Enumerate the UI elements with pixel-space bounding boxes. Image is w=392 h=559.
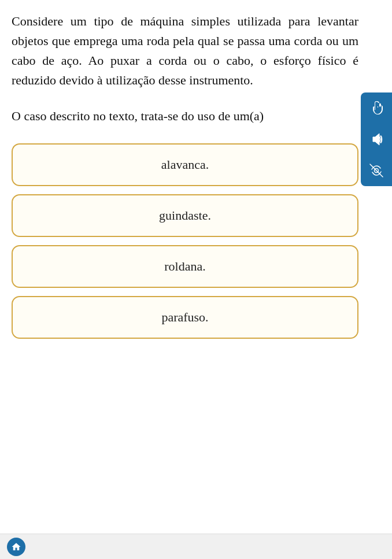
question-paragraph: Considere um tipo de máquina simples uti…: [12, 12, 358, 90]
home-icon: [11, 542, 21, 552]
bottom-bar: [0, 534, 392, 559]
option-a[interactable]: alavanca.: [12, 143, 358, 186]
audio-accessibility-button[interactable]: [361, 124, 392, 155]
hand-icon: [367, 99, 386, 117]
option-d[interactable]: parafuso.: [12, 296, 358, 339]
hand-accessibility-button[interactable]: [361, 92, 392, 124]
accessibility-panel: [361, 92, 392, 186]
main-content: Considere um tipo de máquina simples uti…: [0, 0, 370, 350]
option-c[interactable]: roldana.: [12, 245, 358, 288]
vision-icon: [367, 161, 386, 180]
sub-question-text: O caso descrito no texto, trata-se do us…: [12, 106, 358, 126]
bottom-nav-icon[interactable]: [7, 538, 25, 556]
option-b[interactable]: guindaste.: [12, 194, 358, 237]
vision-accessibility-button[interactable]: [361, 155, 392, 186]
audio-icon: [367, 130, 386, 149]
options-container: alavanca. guindaste. roldana. parafuso.: [12, 143, 358, 339]
